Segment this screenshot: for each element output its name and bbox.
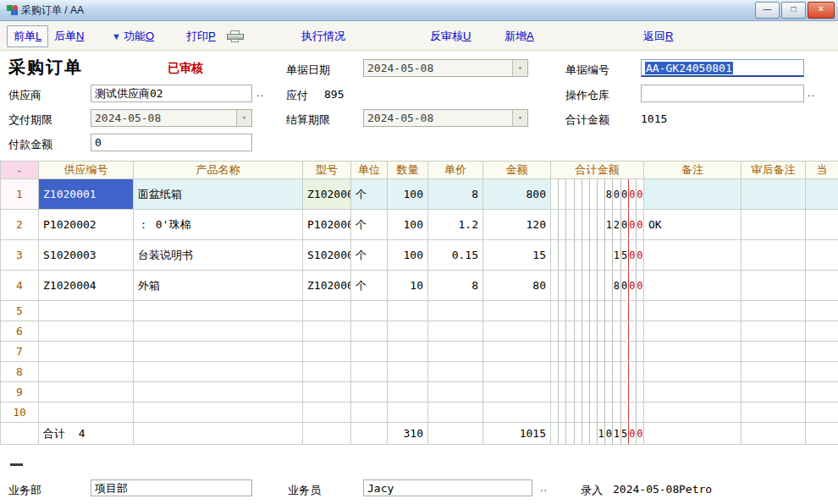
row-number[interactable]: 9 <box>1 382 39 403</box>
grid-cell[interactable]: 外箱 <box>134 271 303 301</box>
total-qty[interactable]: 310 <box>388 423 428 445</box>
print-button[interactable]: 打印P <box>186 29 216 44</box>
grid-cell[interactable] <box>351 321 388 342</box>
grid-cell[interactable] <box>351 382 388 403</box>
grid-cell[interactable] <box>644 271 742 301</box>
grid-cell[interactable] <box>303 403 351 423</box>
grid-cell[interactable] <box>806 382 838 403</box>
grid-cell[interactable] <box>483 403 551 423</box>
grid-cell[interactable] <box>134 362 303 382</box>
row-number[interactable]: 6 <box>1 321 39 342</box>
grid-cell[interactable] <box>742 342 806 362</box>
grid-cell[interactable] <box>388 301 428 321</box>
grid-cell[interactable] <box>742 240 806 271</box>
grid-cell[interactable] <box>351 423 388 445</box>
grid-cell[interactable] <box>742 210 806 240</box>
grid-cell[interactable] <box>483 362 551 382</box>
supplier-lookup-dots[interactable]: .. <box>256 86 264 99</box>
grid-cell[interactable] <box>483 301 551 321</box>
add-new-button[interactable]: 新增A <box>504 29 534 44</box>
grid-cell[interactable] <box>428 321 483 342</box>
grid-cell[interactable] <box>134 342 303 362</box>
grid-cell[interactable] <box>39 362 134 382</box>
row-number[interactable]: 10 <box>1 403 39 423</box>
grid-cell[interactable] <box>39 301 134 321</box>
grid-cell[interactable]: 0.15 <box>428 240 483 271</box>
grid-cell[interactable] <box>303 342 351 362</box>
grid-cell[interactable]: Z1020001 <box>303 179 351 210</box>
row-number[interactable]: 1 <box>1 179 39 210</box>
grid-cell[interactable]: 个 <box>351 210 388 240</box>
col-header[interactable]: 型号 <box>303 162 351 179</box>
col-header[interactable]: 金额 <box>483 162 551 179</box>
grid-cell[interactable]: P1020002 <box>303 210 351 240</box>
grid-cell[interactable] <box>806 403 838 423</box>
grid-cell[interactable]: 100 <box>388 179 428 210</box>
grid-cell[interactable]: OK <box>644 210 742 240</box>
return-button[interactable]: 返回R <box>643 29 673 44</box>
grid-cell[interactable] <box>39 382 134 403</box>
next-doc-button[interactable]: 后单N <box>54 29 84 44</box>
amount-grid-cell[interactable] <box>551 362 644 382</box>
grid-cell[interactable] <box>806 342 838 362</box>
minimize-button[interactable]: — <box>755 2 780 19</box>
grid-cell[interactable] <box>644 423 742 445</box>
grid-cell[interactable] <box>483 321 551 342</box>
grid-cell[interactable]: 10 <box>388 271 428 301</box>
salesperson-lookup-dots[interactable]: .. <box>540 481 548 494</box>
col-header[interactable]: 产品名称 <box>134 162 303 179</box>
grid-cell[interactable] <box>806 271 838 301</box>
grid-cell[interactable]: 800 <box>483 179 551 210</box>
grid-cell[interactable] <box>303 301 351 321</box>
grid-cell[interactable] <box>351 342 388 362</box>
grid-cell[interactable] <box>742 382 806 403</box>
col-header[interactable]: 审后备注 <box>742 162 806 179</box>
grid-cell[interactable] <box>806 423 838 445</box>
grid-cell[interactable]: 100 <box>388 210 428 240</box>
execution-status-button[interactable]: 执行情况 <box>301 29 345 44</box>
grid-cell[interactable] <box>644 342 742 362</box>
col-header[interactable]: 单位 <box>351 162 388 179</box>
close-button[interactable]: × <box>808 2 835 19</box>
grid-cell[interactable] <box>428 342 483 362</box>
grid-cell[interactable] <box>134 321 303 342</box>
amount-grid-cell[interactable]: 8000 <box>551 271 644 301</box>
grid-cell[interactable] <box>428 301 483 321</box>
row-number[interactable]: 4 <box>1 271 39 301</box>
settle-date-field[interactable]: 2024-05-08▾ <box>363 109 528 127</box>
grid-cell[interactable] <box>806 179 838 210</box>
row-number[interactable]: 8 <box>1 362 39 382</box>
calendar-dropdown-icon[interactable]: ▾ <box>512 60 527 76</box>
row-number[interactable] <box>1 423 39 445</box>
title-bar[interactable]: 采购订单 / AA — □ × <box>0 0 838 21</box>
col-header[interactable]: 数量 <box>388 162 428 179</box>
grid-cell[interactable] <box>644 403 742 423</box>
grid-cell[interactable] <box>428 403 483 423</box>
grid-cell[interactable] <box>742 179 806 210</box>
amount-grid-cell[interactable]: 80000 <box>551 179 644 210</box>
grid-cell[interactable] <box>742 271 806 301</box>
grid-cell[interactable] <box>134 301 303 321</box>
splitter-handle[interactable] <box>10 463 23 466</box>
total-amount[interactable]: 1015 <box>483 423 551 445</box>
calendar-dropdown-icon[interactable]: ▾ <box>236 110 251 126</box>
grid-cell[interactable]: 1.2 <box>428 210 483 240</box>
grid-cell[interactable] <box>303 321 351 342</box>
grid-cell[interactable]: 8 <box>428 179 483 210</box>
grid-cell[interactable] <box>742 321 806 342</box>
col-header[interactable]: 当 <box>806 162 838 179</box>
amount-grid-cell[interactable]: 12000 <box>551 210 644 240</box>
grid-cell[interactable]: 面盆纸箱 <box>134 179 303 210</box>
grid-cell[interactable]: Z1020004 <box>303 271 351 301</box>
grid-cell[interactable]: P1020002 <box>39 210 134 240</box>
grid-cell[interactable]: 8 <box>428 271 483 301</box>
grid-cell[interactable]: 个 <box>351 271 388 301</box>
col-header[interactable]: 备注 <box>644 162 742 179</box>
amount-grid-cell[interactable] <box>551 342 644 362</box>
supplier-field[interactable]: 测试供应商02 <box>91 85 252 102</box>
grid-cell[interactable] <box>644 240 742 271</box>
grid-cell[interactable] <box>134 382 303 403</box>
grid-cell[interactable]: 100 <box>388 240 428 271</box>
grid-cell[interactable] <box>388 403 428 423</box>
doc-no-field[interactable]: AA-GK24050801 <box>641 59 804 77</box>
